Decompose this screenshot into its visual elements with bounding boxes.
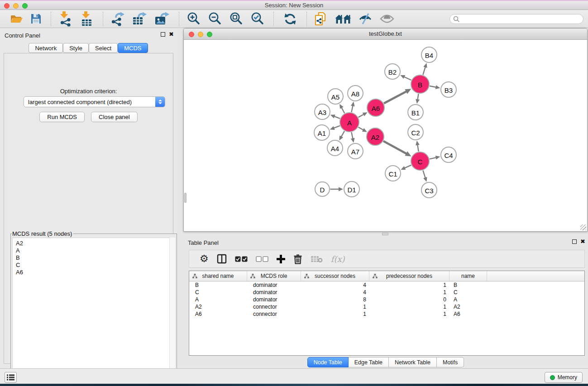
graph-node-A7[interactable]: A7 bbox=[348, 143, 363, 159]
graph-edge-B-B3[interactable] bbox=[430, 86, 436, 87]
column-header-shared-name[interactable]: shared name bbox=[189, 271, 247, 281]
graph-edge-B-B4[interactable] bbox=[423, 67, 425, 75]
result-scrollbar[interactable] bbox=[169, 238, 175, 386]
graph-edge-A-A7[interactable] bbox=[351, 132, 353, 139]
tab-edge-table[interactable]: Edge Table bbox=[349, 357, 389, 367]
select-all-button[interactable] bbox=[235, 256, 248, 262]
graph-node-B2[interactable]: B2 bbox=[385, 64, 400, 79]
tab-network-table[interactable]: Network Table bbox=[389, 357, 437, 367]
column-header-mcds-role[interactable]: MCDS role bbox=[247, 271, 301, 281]
graph-node-D[interactable]: D bbox=[315, 182, 330, 196]
column-header-successor-nodes[interactable]: successor nodes bbox=[301, 271, 369, 281]
graph-edge-A-A1[interactable] bbox=[333, 126, 340, 129]
toggle-graphics-details-button[interactable] bbox=[358, 12, 373, 26]
graph-node-A4[interactable]: A4 bbox=[327, 140, 343, 156]
float-panel-icon[interactable] bbox=[161, 32, 165, 37]
home-button[interactable] bbox=[334, 13, 352, 25]
graph-node-C3[interactable]: C3 bbox=[421, 182, 437, 198]
deselect-all-button[interactable] bbox=[256, 256, 268, 262]
graph-node-C[interactable]: C bbox=[411, 152, 429, 170]
graph-node-A5[interactable]: A5 bbox=[328, 89, 343, 104]
column-header-predecessor-nodes[interactable]: predecessor nodes bbox=[369, 271, 449, 281]
graph-node-B[interactable]: B bbox=[411, 75, 429, 93]
zoom-selected-button[interactable] bbox=[249, 11, 265, 27]
graph-node-A6[interactable]: A6 bbox=[367, 99, 384, 116]
network-graph[interactable]: B4B2BB3A5A8A6A3B1AA1C2A2A4A7C4CC1C3DD1 bbox=[184, 40, 588, 232]
graph-edge-B-B1[interactable] bbox=[417, 94, 418, 100]
graph-node-B3[interactable]: B3 bbox=[441, 82, 456, 97]
graph-edge-C-C1[interactable] bbox=[404, 165, 411, 168]
tab-network[interactable]: Network bbox=[29, 43, 63, 53]
graph-node-B4[interactable]: B4 bbox=[421, 47, 437, 62]
graph-node-C2[interactable]: C2 bbox=[408, 124, 423, 140]
export-image-button[interactable] bbox=[153, 11, 171, 27]
close-panel-icon[interactable]: ✖ bbox=[169, 32, 174, 37]
table-row[interactable]: Cdominator41C bbox=[189, 289, 584, 296]
refresh-button[interactable] bbox=[283, 12, 297, 26]
show-hide-button[interactable] bbox=[379, 13, 395, 24]
search-input[interactable] bbox=[460, 15, 583, 23]
graph-edge-C-C2[interactable] bbox=[417, 144, 419, 152]
mcds-result-item[interactable]: A bbox=[16, 247, 175, 254]
task-history-button[interactable] bbox=[5, 372, 17, 383]
resize-grip[interactable] bbox=[580, 224, 586, 230]
zoom-in-button[interactable] bbox=[186, 11, 201, 27]
table-row[interactable]: A6connector11A6 bbox=[189, 310, 584, 318]
graph-edge-A-A5[interactable] bbox=[341, 107, 344, 114]
graph-node-A2[interactable]: A2 bbox=[367, 128, 384, 145]
mcds-result-item[interactable]: B bbox=[16, 254, 175, 262]
run-mcds-button[interactable]: Run MCDS bbox=[39, 112, 85, 122]
graph-node-D1[interactable]: D1 bbox=[344, 181, 359, 197]
graph-node-A3[interactable]: A3 bbox=[315, 104, 330, 119]
show-columns-button[interactable] bbox=[217, 254, 227, 264]
vertical-scrollbar-thumb[interactable] bbox=[184, 193, 186, 203]
graph-edge-A-A2[interactable] bbox=[359, 127, 364, 130]
table-row[interactable]: A2connector11A2 bbox=[189, 303, 584, 310]
graph-node-A1[interactable]: A1 bbox=[314, 125, 330, 140]
graph-edge-A2-C[interactable] bbox=[383, 141, 407, 154]
criterion-dropdown[interactable]: largest connected component (directed) bbox=[24, 96, 165, 107]
graph-edge-B-B2[interactable] bbox=[404, 76, 411, 80]
close-panel-button[interactable]: Close panel bbox=[91, 112, 138, 122]
graph-node-A[interactable]: A bbox=[340, 113, 359, 132]
delete-column-button[interactable] bbox=[293, 254, 302, 264]
delete-table-button[interactable] bbox=[311, 255, 323, 263]
memory-button[interactable]: Memory bbox=[545, 372, 583, 383]
zoom-out-button[interactable] bbox=[207, 11, 223, 27]
close-panel-icon[interactable]: ✖ bbox=[580, 239, 585, 244]
mcds-result-item[interactable]: A6 bbox=[16, 269, 175, 276]
graph-edge-C-C3[interactable] bbox=[423, 171, 425, 179]
graph-edge-A-A8[interactable] bbox=[351, 105, 353, 112]
column-header-name[interactable]: name bbox=[449, 271, 487, 281]
graph-node-A8[interactable]: A8 bbox=[348, 86, 363, 101]
mcds-result-item[interactable]: A2 bbox=[16, 240, 175, 247]
mcds-result-item[interactable]: C bbox=[16, 262, 175, 269]
export-network-button[interactable] bbox=[110, 11, 126, 27]
tab-style[interactable]: Style bbox=[63, 43, 89, 53]
open-file-button[interactable] bbox=[9, 13, 24, 25]
table-row[interactable]: Bdominator41B bbox=[189, 281, 584, 289]
tab-motifs[interactable]: Motifs bbox=[437, 357, 464, 367]
zoom-fit-button[interactable] bbox=[228, 11, 244, 27]
import-network-button[interactable] bbox=[57, 10, 73, 28]
tab-node-table[interactable]: Node Table bbox=[307, 357, 349, 367]
graph-edge-C-C4[interactable] bbox=[430, 157, 437, 159]
graph-edge-A-A4[interactable] bbox=[341, 131, 344, 138]
graph-edge-A-A6[interactable] bbox=[359, 114, 364, 117]
graph-node-C4[interactable]: C4 bbox=[441, 147, 456, 162]
float-panel-icon[interactable] bbox=[572, 239, 577, 244]
tab-mcds[interactable]: MCDS bbox=[118, 43, 148, 53]
copy-network-style-button[interactable] bbox=[313, 11, 329, 27]
tab-select[interactable]: Select bbox=[89, 43, 118, 53]
add-column-button[interactable] bbox=[277, 255, 285, 263]
save-session-button[interactable] bbox=[29, 12, 43, 25]
table-settings-button[interactable]: ⚙ bbox=[200, 254, 209, 264]
export-table-button[interactable] bbox=[131, 11, 148, 27]
graph-edge-A-A3[interactable] bbox=[334, 116, 340, 119]
graph-edge-A6-B[interactable] bbox=[384, 91, 407, 103]
table-row[interactable]: Adominator80A bbox=[189, 296, 584, 303]
function-builder-button[interactable]: f(x) bbox=[331, 254, 345, 264]
graph-node-C1[interactable]: C1 bbox=[385, 166, 401, 181]
import-table-button[interactable] bbox=[79, 10, 95, 28]
graph-node-B1[interactable]: B1 bbox=[408, 105, 423, 120]
